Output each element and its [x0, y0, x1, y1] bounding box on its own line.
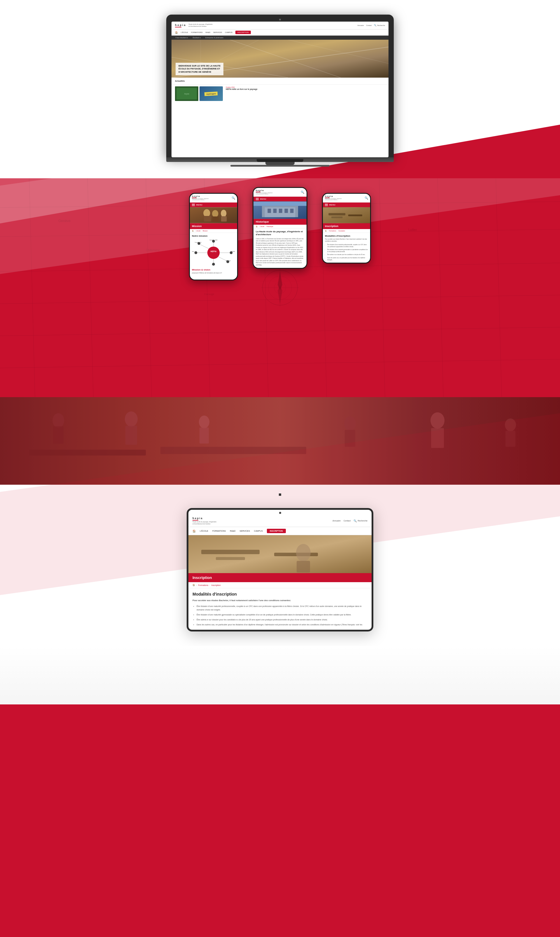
svg-text:Formations: 24: Formations: 24 — [195, 242, 202, 243]
phone2-hero-img — [254, 201, 306, 219]
svg-text:Carouge: Carouge — [204, 293, 214, 296]
tablet-hero-title-bar: Inscription — [188, 573, 372, 582]
svg-text:Masters: Masters — [192, 251, 194, 252]
phone2-hamburger[interactable] — [256, 198, 259, 200]
tablet-intro: Pour accéder aux études Bachelor, il fau… — [192, 599, 368, 602]
svg-point-96 — [296, 544, 311, 561]
phone1-hamburger[interactable] — [192, 204, 195, 206]
phone3-conditions-list: Être titulaire d'une maturité profession… — [325, 243, 368, 261]
svg-rect-66 — [268, 209, 271, 213]
news-item-2: repérages — [200, 86, 223, 101]
tablet-lecole[interactable]: L'ÉCOLE — [200, 530, 208, 532]
phone-2-historique: hepia Haute école du paysage, d'ingénier… — [252, 187, 308, 269]
phone3-content-title: Modalités d'inscription — [325, 234, 368, 237]
svg-point-43 — [208, 247, 220, 259]
laptop-hero-title: BIENVENUE SUR LE SITE DE LA HAUTE ÉCOLE … — [178, 65, 220, 74]
svg-line-14 — [0, 327, 560, 336]
svg-rect-74 — [328, 213, 345, 215]
tablet-services[interactable]: SERVICES — [240, 530, 250, 532]
svg-rect-75 — [348, 214, 362, 216]
tablet-breadcrumb: 🏠 › Formations › Inscription — [188, 582, 372, 588]
inscription-nav-btn[interactable]: INSCRIPTION — [235, 31, 251, 34]
etudiant-subnav[interactable]: Étudiant-e — [193, 37, 201, 39]
laptop-site-logo: hepia — [175, 24, 186, 28]
phone1-bottom-text: proposant 8 filières de formations de ba… — [192, 272, 235, 274]
recherche-btn[interactable]: 🔍 Recherche — [374, 24, 385, 26]
tablet-hero — [188, 535, 372, 573]
campus-nav[interactable]: CAMPUS — [225, 31, 232, 33]
tablet-rad[interactable]: RA&D — [230, 530, 235, 532]
svg-rect-72 — [254, 202, 306, 206]
actualites-heading: Actualités — [171, 78, 389, 85]
tablet-contact[interactable]: Contact — [343, 520, 351, 522]
phone2-logo: hepia — [256, 190, 273, 191]
svg-line-50 — [218, 257, 227, 261]
svg-rect-94 — [274, 553, 318, 556]
tablet-inscription-btn[interactable]: INSCRIPTION — [267, 529, 286, 533]
news-image-1: hepia — [175, 86, 198, 101]
futur-etudiant-subnav[interactable]: Futur-étudiant-e — [175, 37, 188, 39]
svg-rect-69 — [285, 209, 288, 213]
phone3-breadcrumb: 🏠 › Formations › Inscription — [323, 229, 370, 233]
formations-nav[interactable]: FORMATIONS — [191, 31, 203, 33]
svg-point-39 — [221, 210, 226, 217]
phone1-search-icon[interactable]: 🔍 — [232, 196, 235, 200]
phone1-breadcrumb: 🏠 › L'école › Mission — [190, 229, 237, 233]
svg-rect-70 — [290, 209, 294, 213]
phone1-page-title: Mission — [190, 223, 237, 229]
tablet-formations[interactable]: FORMATIONS — [212, 530, 226, 532]
phone3-hero-img — [323, 207, 370, 223]
svg-point-37 — [203, 209, 210, 217]
svg-rect-76 — [331, 217, 343, 218]
phone3-hamburger[interactable] — [325, 204, 328, 206]
laptop-hero: BIENVENUE SUR LE SITE DE LA HAUTE ÉCOLE … — [171, 40, 389, 78]
phone1-mission-vision: Mission & vision — [192, 268, 235, 271]
annuaire-link[interactable]: Annuaire — [357, 25, 364, 26]
svg-rect-97 — [297, 561, 310, 573]
services-nav[interactable]: SERVICES — [213, 31, 222, 33]
lecole-nav[interactable]: L'ÉCOLE — [181, 31, 188, 33]
svg-text:Étudiants: 1050: Étudiants: 1050 — [210, 239, 218, 241]
phone-1-mission: hepia Haute école du paysage, d'ingénier… — [189, 193, 238, 280]
phone2-content-body: Créé en 1901, le Technicien de Genève es… — [256, 238, 304, 267]
svg-text:4 instituts: 4 instituts — [232, 251, 235, 252]
svg-point-38 — [212, 210, 218, 217]
phone2-search-icon[interactable]: 🔍 — [301, 191, 304, 194]
svg-text:Recherche: Recherche — [226, 260, 231, 262]
phone3-intro: Pour accéder aux études Bachelor, il fau… — [325, 239, 368, 242]
entreprise-subnav[interactable]: Entreprise & partenaire — [205, 37, 223, 39]
tablet-search-btn[interactable]: 🔍 Recherche — [354, 519, 368, 522]
svg-rect-68 — [279, 209, 282, 213]
tablet-campus[interactable]: CAMPUS — [254, 530, 263, 532]
home-nav-icon[interactable]: 🏠 — [175, 31, 178, 34]
tablet-logo: hepia Haute école du paysage, d'ingénier… — [192, 517, 217, 525]
svg-rect-95 — [216, 557, 245, 560]
phone1-notre-mission: Notre mission — [192, 234, 235, 237]
phone2-page-title: Historique — [254, 219, 306, 225]
svg-rect-41 — [212, 217, 218, 222]
tablet-conditions: Être titulaire d'une maturité profession… — [192, 605, 368, 626]
rad-nav[interactable]: RA&D — [205, 31, 210, 33]
svg-rect-40 — [204, 216, 211, 222]
svg-rect-67 — [273, 209, 277, 213]
svg-rect-42 — [221, 216, 227, 222]
svg-text:hepia: hepia — [184, 93, 189, 95]
phone3-search-icon[interactable]: 🔍 — [365, 196, 368, 200]
svg-rect-93 — [201, 550, 260, 554]
tablet-home-icon[interactable]: 🏠 — [192, 530, 196, 533]
phone1-logo: hepia — [192, 195, 209, 197]
tablet-content: Modalités d'inscription Pour accéder aux… — [188, 588, 372, 630]
tablet-annuaire[interactable]: Annuaire — [332, 520, 341, 522]
svg-point-53 — [195, 251, 197, 254]
phone1-hero-img — [190, 207, 237, 223]
phone2-content-title: La Haute école du paysage, d'ingénierie … — [256, 230, 304, 236]
phone3-logo: hepia — [325, 195, 342, 197]
svg-line-49 — [200, 245, 209, 249]
svg-line-15 — [0, 359, 560, 368]
laptop-mockup: hepia Haute école du paysage, d'ingénier… — [166, 15, 394, 166]
mission-diagram: HEPIA — [192, 239, 235, 267]
phone2-breadcrumb: 🏠 › L'école › Historique — [254, 225, 306, 228]
svg-text:HEPIA: HEPIA — [211, 250, 217, 253]
contact-link[interactable]: Contact — [366, 25, 372, 26]
phone-3-inscription: hepia Haute école du paysage, d'ingénier… — [322, 193, 371, 264]
